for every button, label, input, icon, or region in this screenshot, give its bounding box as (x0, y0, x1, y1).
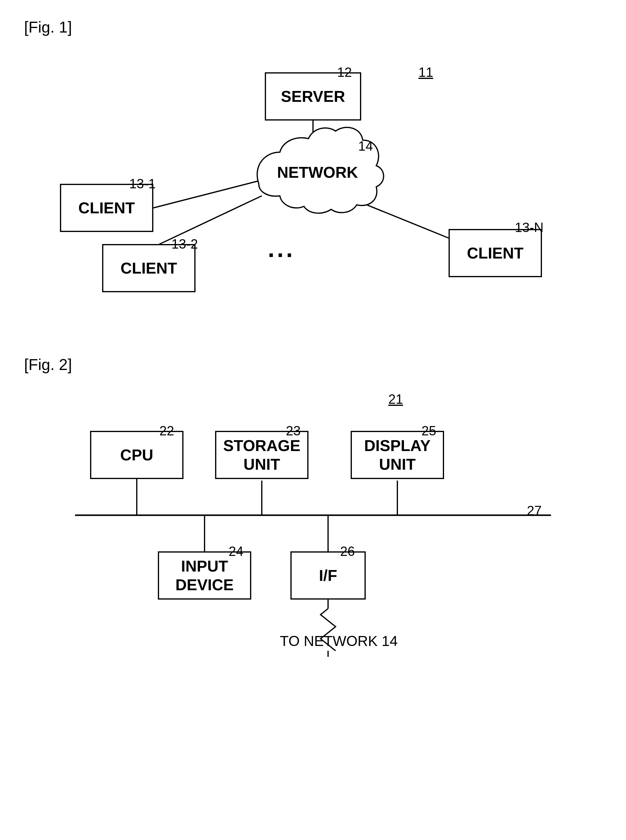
server-label: SERVER (281, 87, 345, 106)
svg-line-2 (153, 196, 262, 247)
ref-12: 12 (337, 65, 352, 80)
svg-text:NETWORK: NETWORK (277, 164, 358, 181)
network-ref-label: TO NETWORK 14 (280, 633, 398, 649)
fig2-label: [Fig. 2] (24, 355, 602, 374)
fig1-diagram: NETWORK SERVER 12 11 CLIENT 13-1 CLIENT … (42, 48, 584, 319)
ref-21: 21 (388, 392, 403, 407)
clientN-label: CLIENT (467, 244, 524, 263)
dots: ... (268, 235, 295, 263)
ref-27: 27 (527, 503, 541, 518)
ref-22: 22 (160, 423, 174, 438)
ref-13-N: 13-N (515, 220, 543, 235)
storage-label: STORAGEUNIT (223, 436, 300, 474)
display-label: DISPLAYUNIT (364, 436, 431, 474)
fig1-label: [Fig. 1] (24, 18, 602, 36)
ref-24: 24 (228, 544, 243, 559)
ref-11: 11 (418, 65, 433, 80)
page: [Fig. 1] NETWORK SERVER 12 (0, 0, 626, 840)
fig2-diagram: 21 CPU 22 STORAGEUNIT 23 DISPLAYUNIT 25 … (57, 386, 569, 657)
clientN-box: CLIENT (449, 229, 542, 277)
ref-25: 25 (421, 423, 436, 438)
svg-line-3 (337, 193, 449, 238)
svg-line-1 (153, 178, 271, 208)
input-label: INPUTDEVICE (175, 557, 234, 594)
client2-label: CLIENT (121, 259, 177, 277)
ref-13-2: 13-2 (171, 236, 198, 252)
cpu-label: CPU (120, 446, 153, 464)
client1-label: CLIENT (78, 199, 135, 217)
ref-14: 14 (358, 139, 373, 154)
if-label: I/F (319, 566, 337, 585)
ref-26: 26 (340, 544, 355, 559)
ref-13-1: 13-1 (129, 176, 156, 191)
ref-23: 23 (286, 423, 300, 438)
